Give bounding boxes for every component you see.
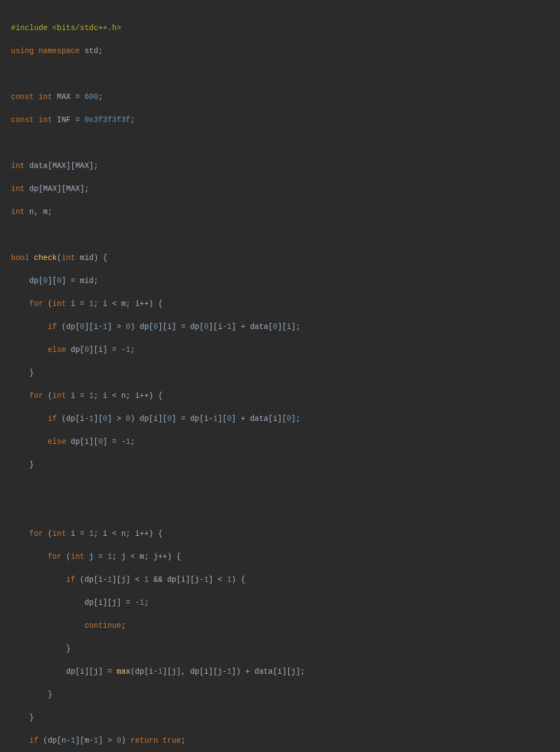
code-line bbox=[11, 137, 549, 149]
code-line: } bbox=[11, 367, 549, 379]
code-line bbox=[11, 229, 549, 241]
code-line: if (dp[0][i-1] > 0) dp[0][i] = dp[0][i-1… bbox=[11, 321, 549, 333]
code-line: dp[0][0] = mid; bbox=[11, 275, 549, 287]
code-line: dp[i][j] = -1; bbox=[11, 597, 549, 609]
code-line: using namespace std; bbox=[11, 45, 549, 57]
code-line: continue; bbox=[11, 620, 549, 632]
code-line bbox=[11, 68, 549, 80]
code-line: } bbox=[11, 689, 549, 701]
code-line: if (dp[i-1][j] < 1 && dp[i][j-1] < 1) { bbox=[11, 574, 549, 586]
code-line: for (int i = 1; i < n; i++) { bbox=[11, 390, 549, 402]
code-line: const int INF = 0x3f3f3f3f; bbox=[11, 114, 549, 126]
code-editor: #include <bits/stdc++.h> using namespace… bbox=[0, 5, 560, 752]
code-line: else dp[i][0] = -1; bbox=[11, 436, 549, 448]
code-line: if (dp[n-1][m-1] > 0) return true; bbox=[11, 735, 549, 747]
code-line: const int MAX = 600; bbox=[11, 91, 549, 103]
code-line: if (dp[i-1][0] > 0) dp[i][0] = dp[i-1][0… bbox=[11, 413, 549, 425]
code-line bbox=[11, 482, 549, 494]
code-line: else dp[0][i] = -1; bbox=[11, 344, 549, 356]
code-line: int dp[MAX][MAX]; bbox=[11, 183, 549, 195]
code-line: } bbox=[11, 643, 549, 655]
code-line: int data[MAX][MAX]; bbox=[11, 160, 549, 172]
code-line: } bbox=[11, 712, 549, 724]
code-line: for (int i = 1; i < m; i++) { bbox=[11, 298, 549, 310]
code-line: bool check(int mid) { bbox=[11, 252, 549, 264]
code-line: int n, m; bbox=[11, 206, 549, 218]
code-line bbox=[11, 505, 549, 517]
code-line: } bbox=[11, 459, 549, 471]
code-line: for (int i = 1; i < n; i++) { bbox=[11, 528, 549, 540]
code-line: for (int j = 1; j < m; j++) { bbox=[11, 551, 549, 563]
code-line: dp[i][j] = max(dp[i-1][j], dp[i][j-1]) +… bbox=[11, 666, 549, 678]
code-line: #include <bits/stdc++.h> bbox=[11, 22, 549, 34]
